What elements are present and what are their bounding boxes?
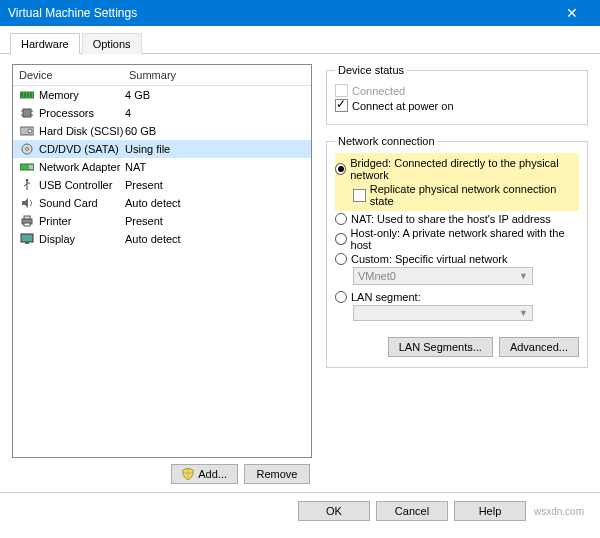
svg-rect-4: [30, 93, 32, 97]
watermark: wsxdn.com: [534, 506, 584, 517]
replicate-label: Replicate physical network connection st…: [370, 183, 579, 207]
svg-rect-2: [24, 93, 26, 97]
svg-point-16: [26, 179, 28, 181]
row-usb[interactable]: USB Controller Present: [13, 176, 311, 194]
row-network[interactable]: Network Adapter NAT: [13, 158, 311, 176]
connect-poweron-checkbox[interactable]: [335, 99, 348, 112]
network-connection-group: Network connection Bridged: Connected di…: [326, 135, 588, 368]
radio-lansegment[interactable]: [335, 291, 347, 303]
remove-button[interactable]: Remove: [244, 464, 310, 484]
lan-segments-button[interactable]: LAN Segments...: [388, 337, 493, 357]
device-status-group: Device status Connected Connect at power…: [326, 64, 588, 125]
row-sound[interactable]: Sound Card Auto detect: [13, 194, 311, 212]
svg-rect-15: [29, 165, 33, 169]
close-icon[interactable]: ✕: [552, 5, 592, 21]
chevron-down-icon: ▼: [519, 308, 528, 318]
row-cddvd[interactable]: CD/DVD (SATA) Using file: [13, 140, 311, 158]
device-status-legend: Device status: [335, 64, 407, 76]
device-list: Device Summary Memory 4 GB Processors 4 …: [12, 64, 312, 458]
col-summary[interactable]: Summary: [129, 69, 305, 81]
row-memory[interactable]: Memory 4 GB: [13, 86, 311, 104]
cancel-button[interactable]: Cancel: [376, 501, 448, 521]
tab-options[interactable]: Options: [82, 33, 142, 54]
network-legend: Network connection: [335, 135, 438, 147]
svg-rect-20: [21, 234, 33, 242]
svg-point-13: [26, 148, 29, 151]
col-device[interactable]: Device: [19, 69, 129, 81]
connected-checkbox: [335, 84, 348, 97]
window-title: Virtual Machine Settings: [8, 6, 137, 20]
usb-icon: [19, 178, 35, 192]
advanced-button[interactable]: Advanced...: [499, 337, 579, 357]
radio-custom[interactable]: [335, 253, 347, 265]
tab-hardware[interactable]: Hardware: [10, 33, 80, 54]
row-display[interactable]: Display Auto detect: [13, 230, 311, 248]
nic-icon: [19, 160, 35, 174]
radio-bridged[interactable]: [335, 163, 346, 175]
lansegment-select: ▼: [353, 305, 533, 321]
radio-nat[interactable]: [335, 213, 347, 225]
shield-icon: [182, 468, 194, 480]
chevron-down-icon: ▼: [519, 271, 528, 281]
row-processors[interactable]: Processors 4: [13, 104, 311, 122]
device-list-header: Device Summary: [13, 65, 311, 86]
row-printer[interactable]: Printer Present: [13, 212, 311, 230]
svg-rect-21: [25, 242, 29, 244]
hdd-icon: [19, 124, 35, 138]
svg-rect-3: [27, 93, 29, 97]
hostonly-label: Host-only: A private network shared with…: [351, 227, 579, 251]
lansegment-label: LAN segment:: [351, 291, 421, 303]
memory-icon: [19, 88, 35, 102]
cd-icon: [19, 142, 35, 156]
connected-label: Connected: [352, 85, 405, 97]
bridged-label: Bridged: Connected directly to the physi…: [350, 157, 579, 181]
display-icon: [19, 232, 35, 246]
svg-rect-5: [23, 109, 31, 117]
custom-label: Custom: Specific virtual network: [351, 253, 508, 265]
ok-button[interactable]: OK: [298, 501, 370, 521]
replicate-checkbox[interactable]: [353, 189, 366, 202]
title-bar: Virtual Machine Settings ✕: [0, 0, 600, 26]
tab-strip: Hardware Options: [0, 26, 600, 54]
svg-point-11: [28, 129, 32, 133]
svg-rect-19: [24, 223, 30, 226]
printer-icon: [19, 214, 35, 228]
sound-icon: [19, 196, 35, 210]
row-harddisk[interactable]: Hard Disk (SCSI) 60 GB: [13, 122, 311, 140]
add-button[interactable]: Add...: [171, 464, 238, 484]
help-button[interactable]: Help: [454, 501, 526, 521]
connect-poweron-label: Connect at power on: [352, 100, 454, 112]
cpu-icon: [19, 106, 35, 120]
nat-label: NAT: Used to share the host's IP address: [351, 213, 551, 225]
svg-rect-18: [24, 216, 30, 219]
dialog-footer: OK Cancel Help wsxdn.com: [0, 492, 600, 529]
svg-rect-1: [21, 93, 23, 97]
radio-hostonly[interactable]: [335, 233, 347, 245]
vmnet-select: VMnet0 ▼: [353, 267, 533, 285]
